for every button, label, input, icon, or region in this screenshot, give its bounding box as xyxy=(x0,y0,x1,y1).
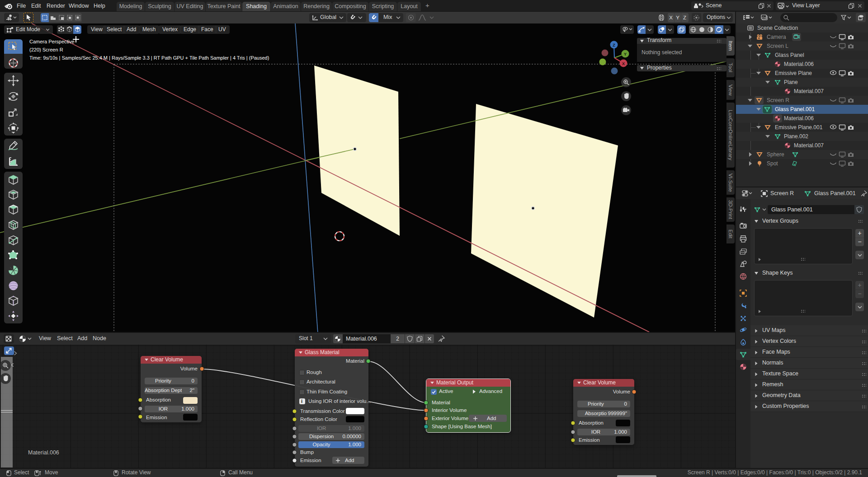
svg-text:Y: Y xyxy=(624,52,627,56)
svg-text:X: X xyxy=(622,61,625,66)
svg-text:Z: Z xyxy=(613,43,615,47)
